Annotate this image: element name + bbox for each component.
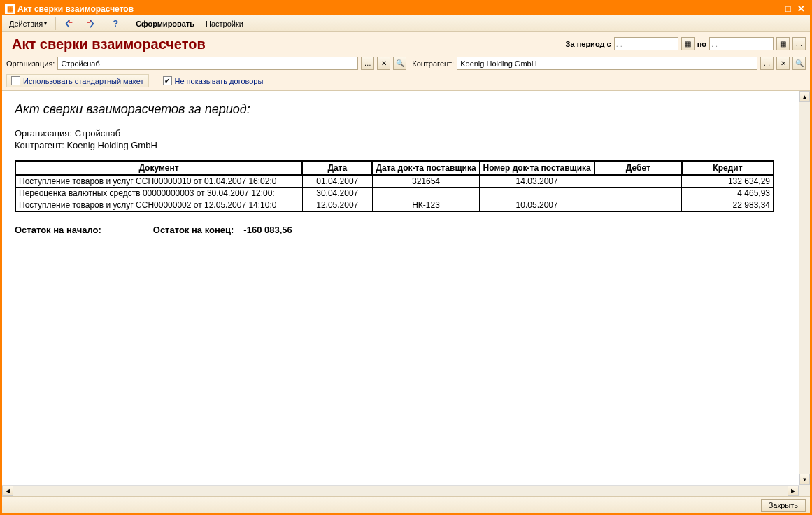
po-label: по bbox=[697, 40, 706, 48]
close-button[interactable]: ✕ bbox=[795, 3, 807, 14]
calendar-icon: ▦ bbox=[780, 40, 786, 48]
report-heading: Акт сверки взаиморасчетов за период: bbox=[15, 102, 786, 117]
contr-label: Контрагент: bbox=[412, 59, 454, 68]
scroll-corner bbox=[799, 485, 810, 496]
minimize-button[interactable]: _ bbox=[769, 3, 782, 14]
magnifier-icon: 🔍 bbox=[396, 59, 404, 67]
contr-clear-button[interactable]: ✕ bbox=[776, 57, 790, 70]
balance-end-label: Остаток на конец: bbox=[153, 225, 234, 235]
actions-menu[interactable]: Действия▾ bbox=[5, 18, 51, 29]
app-icon: ▦ bbox=[5, 4, 15, 14]
balances-row: Остаток на начало: Остаток на конец: -16… bbox=[15, 225, 786, 235]
generate-button[interactable]: Сформировать bbox=[131, 18, 199, 29]
org-label: Организация: bbox=[6, 59, 55, 68]
table-row[interactable]: Поступление товаров и услуг ССН00000010 … bbox=[15, 175, 774, 188]
scroll-right-button[interactable]: ▶ bbox=[788, 486, 799, 496]
col-date: Дата bbox=[302, 161, 372, 175]
report-contr-line: Контрагент: Koenig Holding GmbH bbox=[15, 140, 786, 150]
hide-contracts-checkbox[interactable]: ✔ bbox=[163, 76, 172, 85]
nav-forward-button[interactable] bbox=[81, 17, 99, 30]
std-layout-label: Использовать стандартный макет bbox=[23, 77, 144, 85]
date-from-input[interactable]: . . bbox=[614, 37, 678, 50]
period-label: За период с bbox=[566, 40, 611, 48]
table-row[interactable]: Переоценка валютных средств 00000000003 … bbox=[15, 188, 774, 199]
org-clear-button[interactable]: ✕ bbox=[377, 57, 390, 70]
arrow-left-icon bbox=[64, 19, 74, 29]
col-deb: Дебет bbox=[594, 161, 682, 175]
vertical-scrollbar[interactable]: ▲ ▼ bbox=[799, 91, 810, 485]
contr-search-button[interactable]: 🔍 bbox=[792, 57, 806, 70]
table-row[interactable]: Поступление товаров и услуг ССН00000002 … bbox=[15, 199, 774, 212]
col-cred: Кредит bbox=[682, 161, 774, 175]
org-input[interactable]: Стройснаб bbox=[57, 57, 358, 70]
report-org-line: Организация: Стройснаб bbox=[15, 128, 786, 139]
calendar-icon: ▦ bbox=[685, 40, 691, 48]
arrow-right-icon bbox=[85, 19, 95, 29]
window-title: Акт сверки взаиморасчетов bbox=[17, 4, 134, 14]
app-window: ▦ Акт сверки взаиморасчетов _ □ ✕ Действ… bbox=[0, 0, 812, 515]
report-table: Документ Дата Дата док-та поставщика Ном… bbox=[15, 160, 774, 212]
std-layout-checkbox[interactable] bbox=[11, 76, 20, 85]
close-window-button[interactable]: Закрыть bbox=[761, 499, 806, 512]
footer: Закрыть bbox=[2, 496, 810, 513]
date-to-input[interactable]: . . bbox=[709, 37, 774, 50]
hide-contracts-option[interactable]: ✔ Не показывать договоры bbox=[163, 75, 264, 87]
org-search-button[interactable]: 🔍 bbox=[393, 57, 406, 70]
col-supdate: Дата док-та поставщика bbox=[372, 161, 479, 175]
titlebar: ▦ Акт сверки взаиморасчетов _ □ ✕ bbox=[2, 2, 810, 15]
scroll-up-button[interactable]: ▲ bbox=[799, 91, 810, 102]
col-doc: Документ bbox=[15, 161, 302, 175]
options-row: Использовать стандартный макет ✔ Не пока… bbox=[2, 73, 810, 91]
col-supnum: Номер док-та поставщика bbox=[480, 161, 594, 175]
magnifier-icon: 🔍 bbox=[795, 59, 804, 67]
date-to-calendar-button[interactable]: ▦ bbox=[776, 37, 790, 50]
horizontal-scrollbar[interactable]: ◀ ▶ bbox=[2, 485, 799, 496]
toolbar: Действия▾ ? Сформировать Настройки bbox=[2, 15, 810, 32]
report-content: Акт сверки взаиморасчетов за период: Орг… bbox=[2, 91, 799, 485]
settings-button[interactable]: Настройки bbox=[201, 18, 248, 29]
report-area: Акт сверки взаиморасчетов за период: Орг… bbox=[2, 91, 810, 496]
date-from-calendar-button[interactable]: ▦ bbox=[681, 37, 695, 50]
hide-contracts-label: Не показывать договоры bbox=[175, 77, 264, 85]
help-button[interactable]: ? bbox=[108, 17, 122, 30]
fields-row: Организация: Стройснаб … ✕ 🔍 Контрагент:… bbox=[2, 55, 810, 73]
contr-select-button[interactable]: … bbox=[760, 57, 774, 70]
maximize-button[interactable]: □ bbox=[782, 3, 795, 14]
help-icon: ? bbox=[113, 18, 118, 29]
scroll-left-button[interactable]: ◀ bbox=[2, 486, 13, 496]
nav-back-button[interactable] bbox=[60, 17, 78, 30]
contr-input[interactable]: Koenig Holding GmbH bbox=[457, 57, 757, 70]
header-row: Акт сверки взаиморасчетов За период с . … bbox=[2, 32, 810, 55]
period-select-button[interactable]: … bbox=[792, 37, 806, 50]
report-title: Акт сверки взаиморасчетов bbox=[6, 34, 563, 54]
balance-start-label: Остаток на начало: bbox=[15, 225, 101, 235]
org-select-button[interactable]: … bbox=[361, 57, 374, 70]
scroll-down-button[interactable]: ▼ bbox=[799, 474, 810, 485]
std-layout-option[interactable]: Использовать стандартный макет bbox=[6, 74, 149, 87]
balance-end-value: -160 083,56 bbox=[243, 225, 292, 235]
